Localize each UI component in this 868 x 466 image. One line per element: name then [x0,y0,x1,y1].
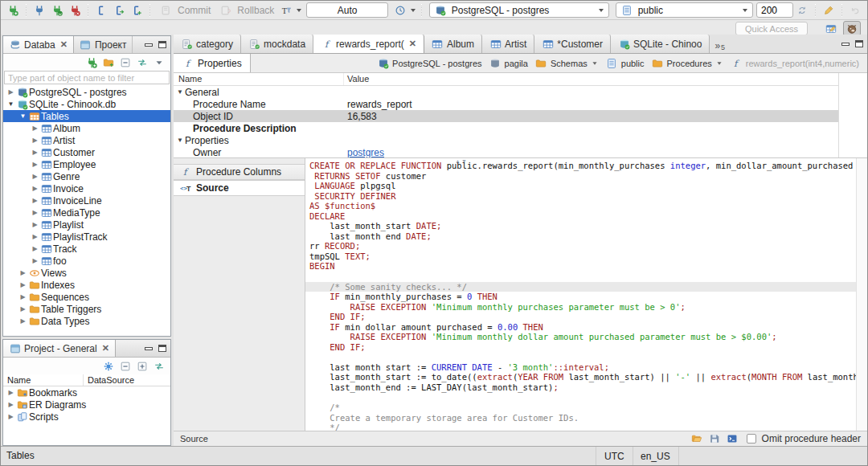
tree-item-invoice[interactable]: ▶Invoice [3,182,170,194]
tree-item-views[interactable]: ▶Views [3,267,170,279]
collapse-arrow-icon[interactable]: ▼ [18,112,27,120]
tree-item-postgresql-postgres[interactable]: ▶PostgreSQL - postgres [3,86,170,98]
gear-icon[interactable] [102,360,115,373]
save-icon[interactable] [707,431,722,446]
property-row-properties[interactable]: ▼Properties [174,134,867,146]
expand-arrow-icon[interactable]: ▶ [18,317,27,325]
breadcrumb-item-rewards-report-int4-numeric-[interactable]: frewards_report(int4,numeric) [731,57,859,69]
column-name[interactable]: Name [174,73,344,85]
expand-arrow-icon[interactable]: ▶ [6,401,15,408]
active-connection-combo[interactable]: PostgreSQL - postgres [429,2,609,18]
chevron-down-icon[interactable] [297,9,301,12]
open-sql-editor-icon[interactable] [94,3,108,18]
tree-item-data-types[interactable]: ▶Data Types [3,315,170,327]
collapse-all-icon[interactable] [119,56,132,69]
project-item-er-diagrams[interactable]: ▶ER Diagrams [3,399,170,411]
maximize-icon[interactable] [158,41,166,48]
fetch-size-input[interactable] [756,2,793,18]
expand-arrow-icon[interactable]: ▶ [18,293,27,300]
tree-item-genre[interactable]: ▶Genre [3,170,170,182]
tree-item-mediatype[interactable]: ▶MediaType [3,206,170,219]
project-item-bookmarks[interactable]: ▶Bookmarks [3,386,170,399]
chevron-down-icon[interactable] [592,62,596,64]
expand-arrow-icon[interactable]: ▶ [6,389,15,396]
collapse-arrow-icon[interactable]: ▼ [177,137,185,144]
collapse-arrow-icon[interactable]: ▼ [6,100,15,108]
column-name[interactable]: Name [3,374,84,386]
connect-icon[interactable] [32,3,47,18]
tree-item-artist[interactable]: ▶Artist [3,134,170,146]
expand-arrow-icon[interactable]: ▶ [31,233,39,240]
editor-tab-mockdata[interactable]: mockdata [241,35,313,53]
expand-arrow-icon[interactable]: ▶ [31,173,39,180]
tree-item-indexes[interactable]: ▶Indexes [3,279,170,291]
expand-arrow-icon[interactable]: ▶ [31,197,39,204]
expand-arrow-icon[interactable]: ▶ [31,185,39,192]
editor-tab-category[interactable]: category [174,35,241,53]
collapse-all-icon[interactable] [119,360,132,373]
tab-project-general[interactable]: Project - General ✕ [3,340,116,357]
link-editor-icon[interactable] [136,56,149,69]
expand-all-icon[interactable] [136,360,149,373]
quick-access-input[interactable]: Quick Access [735,22,808,35]
tree-item-customer[interactable]: ▶Customer [3,146,170,158]
maximize-icon[interactable] [855,40,863,47]
minimize-icon[interactable] [145,347,153,350]
property-row-object-id[interactable]: Object ID16,583 [174,110,867,122]
new-conn-small-icon[interactable] [85,56,98,69]
breadcrumb-item-procedures[interactable]: Procedures [652,57,723,69]
chevron-down-icon[interactable] [411,9,416,12]
properties-scrollbar[interactable] [838,73,867,157]
expand-arrow-icon[interactable]: ▶ [31,257,39,264]
reconnect-icon[interactable] [50,3,64,18]
expand-arrow-icon[interactable]: ▶ [31,149,39,156]
expand-arrow-icon[interactable]: ▶ [31,209,39,216]
expand-arrow-icon[interactable]: ▶ [6,413,15,420]
view-menu-icon[interactable] [153,56,166,69]
tree-item-tables[interactable]: ▼Tables [3,110,170,122]
open-folder-icon[interactable] [690,431,704,446]
property-row-owner[interactable]: Ownerpostgres [174,146,867,158]
link-editor-icon[interactable] [153,360,166,373]
editor-tab--customer[interactable]: *Customer [534,35,611,53]
tree-item-sequences[interactable]: ▶Sequences [3,291,170,303]
timezone-indicator[interactable]: UTC [596,447,633,465]
editor-tab-sqlite-chinoo[interactable]: SQLite - Chinoo [611,35,710,53]
generate-icon[interactable] [821,3,836,18]
commit-button[interactable]: Commit [158,3,211,18]
locale-indicator[interactable]: en_US [633,447,679,465]
sync-icon[interactable] [795,3,809,18]
expand-arrow-icon[interactable]: ▶ [31,221,39,228]
tree-item-album[interactable]: ▶Album [3,122,170,134]
breadcrumb-item-pagila[interactable]: pagila [489,57,528,69]
side-tab-procedure-columns[interactable]: fProcedure Columns [174,164,305,180]
tree-item-foo[interactable]: ▶foo [3,255,170,267]
project-item-scripts[interactable]: ▶Scripts [3,411,170,423]
new-folder-icon[interactable] [102,56,115,69]
owner-link[interactable]: postgres [347,147,384,158]
breadcrumb-item-postgresql-postgres[interactable]: PostgreSQL - postgres [377,57,481,69]
tree-item-invoiceline[interactable]: ▶InvoiceLine [3,194,170,206]
recent-sql-editor-icon[interactable] [112,3,126,18]
filter-settings-icon[interactable]: T [279,3,293,18]
undo-icon[interactable] [848,3,862,18]
expand-arrow-icon[interactable]: ▶ [6,88,15,96]
minimize-icon[interactable] [841,43,850,46]
tab-projects[interactable]: Проект [74,36,133,53]
tab-overflow-indicator[interactable]: »5 [710,35,730,53]
breadcrumb-item-schemas[interactable]: Schemas [535,57,599,69]
terminal-icon[interactable] [725,431,739,446]
minimize-icon[interactable] [145,43,153,47]
side-tab-source[interactable]: <>TSource [174,180,305,196]
collapse-arrow-icon[interactable]: ▼ [177,88,185,96]
active-schema-combo[interactable]: public [616,2,753,18]
tree-item-sqlite-chinook-db[interactable]: ▼SQLite - Chinook.db [3,98,170,110]
tab-database-navigator[interactable]: Databa ✕ [3,36,74,53]
tree-item-playlist[interactable]: ▶Playlist [3,219,170,231]
rollback-button[interactable]: Rollback [217,3,274,18]
editor-tab-album[interactable]: Album [424,35,482,53]
expand-arrow-icon[interactable]: ▶ [31,125,39,132]
expand-arrow-icon[interactable]: ▶ [18,281,27,288]
tree-item-playlisttrack[interactable]: ▶PlaylistTrack [3,231,170,243]
expand-arrow-icon[interactable]: ▶ [31,245,39,252]
